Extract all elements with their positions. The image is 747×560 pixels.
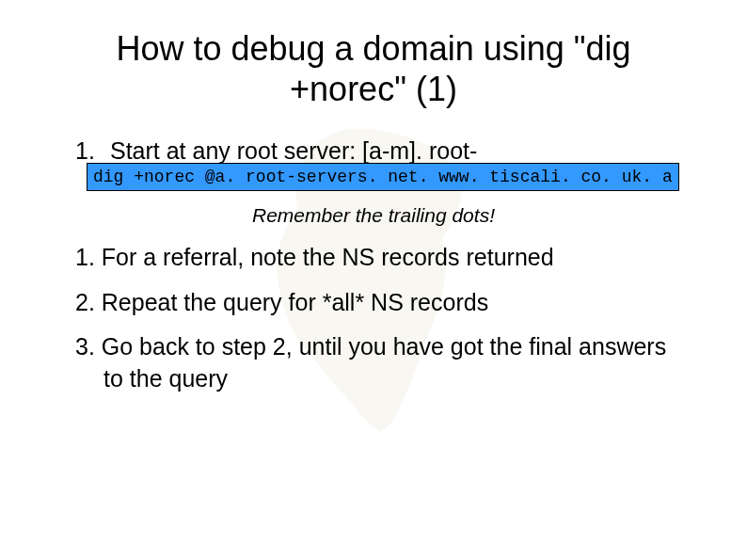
note-text: Remember the trailing dots! xyxy=(56,204,691,227)
step-referral: 1. For a referral, note the NS records r… xyxy=(75,242,691,274)
slide-content: How to debug a domain using "dig +norec"… xyxy=(0,0,747,427)
step-referral-text: For a referral, note the NS records retu… xyxy=(102,244,554,270)
code-command: dig +norec @a. root-servers. net. www. t… xyxy=(87,163,679,191)
step-goback-num: 3. xyxy=(75,333,95,360)
step-goback: 3. Go back to step 2, until you have got… xyxy=(75,331,691,395)
step-goback-text: Go back to step 2, until you have got th… xyxy=(102,333,666,392)
step-referral-num: 1. xyxy=(75,244,95,270)
step-1-text: Start at any root server: [a-m]. root- xyxy=(110,137,477,164)
step-repeat: 2. Repeat the query for *all* NS records xyxy=(75,287,691,319)
step-repeat-text: Repeat the query for *all* NS records xyxy=(102,289,488,315)
slide-title: How to debug a domain using "dig +norec"… xyxy=(56,28,691,109)
step-repeat-num: 2. xyxy=(75,289,95,315)
